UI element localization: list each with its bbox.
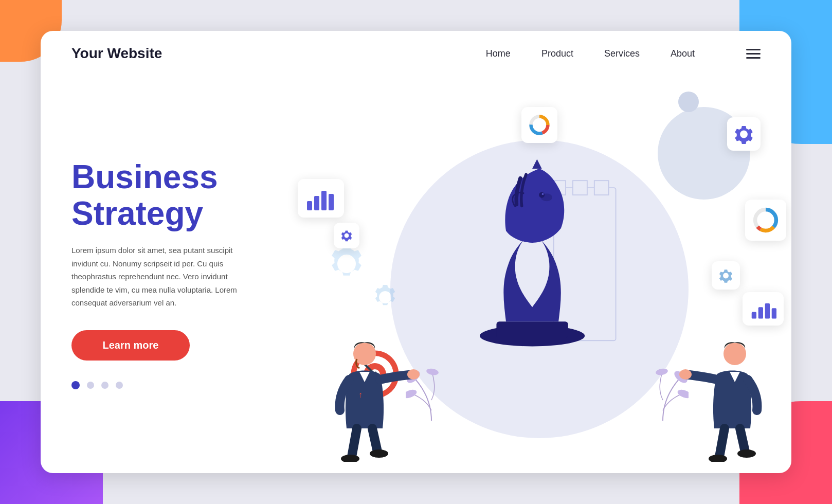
svg-rect-3 <box>594 181 609 195</box>
svg-rect-5 <box>496 321 568 338</box>
figure-left: ↑ <box>329 338 421 462</box>
svg-rect-29 <box>752 312 756 318</box>
svg-point-28 <box>759 213 772 227</box>
dot-3[interactable] <box>101 382 108 389</box>
left-panel: Business Strategy Lorem ipsum dolor sit … <box>41 76 287 472</box>
hamburger-line-3 <box>746 57 761 59</box>
nav-links: Home Product Services About <box>486 48 761 59</box>
hero-title-line2: Strategy <box>71 195 203 232</box>
svg-rect-32 <box>772 308 776 318</box>
hamburger-menu[interactable] <box>746 49 761 59</box>
card-bar-chart-left <box>298 179 344 218</box>
svg-rect-20 <box>307 201 312 210</box>
svg-point-46 <box>426 368 439 376</box>
navbar: Your Website Home Product Services About <box>41 31 791 76</box>
svg-point-7 <box>539 192 545 198</box>
svg-rect-31 <box>765 303 770 318</box>
dot-4[interactable] <box>116 382 123 389</box>
learn-more-button[interactable]: Learn more <box>71 330 190 361</box>
svg-rect-21 <box>314 196 319 210</box>
bar-chart-right <box>750 298 776 320</box>
svg-point-8 <box>542 193 544 195</box>
card-gear-top-right <box>727 117 761 151</box>
figure-right <box>678 338 771 462</box>
nav-link-home[interactable]: Home <box>486 48 511 59</box>
svg-point-49 <box>655 368 668 376</box>
donut-chart-top <box>529 113 550 137</box>
svg-point-35 <box>407 369 420 380</box>
nav-link-services[interactable]: Services <box>604 48 640 59</box>
svg-point-43 <box>737 449 756 458</box>
bg-circle-tiny <box>678 92 699 112</box>
svg-point-37 <box>370 449 388 458</box>
card-donut-right <box>745 200 786 241</box>
gear-icon-left <box>341 228 352 243</box>
donut-chart-right <box>752 206 779 235</box>
hamburger-line-2 <box>746 53 761 55</box>
dot-1[interactable] <box>71 381 80 389</box>
hero-title-line1: Business <box>71 158 218 195</box>
svg-point-36 <box>341 455 359 462</box>
bar-chart-left <box>305 186 337 211</box>
card-gear-mid-right <box>712 261 740 290</box>
carousel-dots <box>71 381 257 389</box>
illustration-area: ↑ <box>287 76 791 472</box>
svg-rect-30 <box>758 307 763 318</box>
svg-rect-22 <box>321 191 327 210</box>
svg-rect-23 <box>329 194 334 210</box>
gear-bg-small <box>370 282 401 313</box>
svg-point-39 <box>724 343 746 365</box>
hero-description: Lorem ipsum dolor sit amet, sea putant s… <box>71 244 257 310</box>
svg-point-42 <box>709 455 727 462</box>
nav-link-product[interactable]: Product <box>541 48 573 59</box>
card-donut-top <box>521 107 557 143</box>
dot-2[interactable] <box>87 382 94 389</box>
hamburger-line-1 <box>746 49 761 50</box>
nav-link-about[interactable]: About <box>671 48 695 59</box>
content-area: Business Strategy Lorem ipsum dolor sit … <box>41 76 791 472</box>
hero-title: Business Strategy <box>71 159 257 231</box>
gear-icon-mid-right <box>719 267 733 284</box>
card-gear-left <box>334 223 359 248</box>
card-bar-chart-right <box>743 292 784 326</box>
svg-point-19 <box>535 120 544 130</box>
svg-text:↑: ↑ <box>358 390 363 399</box>
svg-point-41 <box>679 369 692 380</box>
svg-rect-2 <box>573 181 587 195</box>
logo: Your Website <box>71 45 162 62</box>
gear-icon-top-right <box>734 124 753 145</box>
main-card: Your Website Home Product Services About… <box>41 31 791 473</box>
